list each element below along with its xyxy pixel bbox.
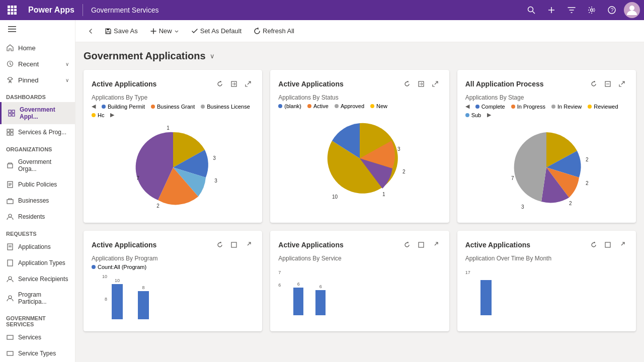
chart4-expand-icon[interactable] <box>242 239 254 251</box>
chart1-refresh-icon[interactable] <box>214 78 226 90</box>
svg-rect-7 <box>11 12 14 15</box>
sidebar-item-home[interactable]: Home <box>0 40 75 56</box>
svg-text:?: ? <box>611 7 614 13</box>
sidebar-item-service-types[interactable]: Service Types <box>0 345 75 361</box>
chart-card-2: Active Applications <box>270 70 449 223</box>
chart6-export-icon[interactable] <box>602 239 614 251</box>
svg-rect-65 <box>605 242 610 247</box>
set-as-default-button[interactable]: Set As Default <box>186 24 247 38</box>
settings-icon[interactable] <box>584 2 600 18</box>
legend-label: Hc <box>98 112 104 118</box>
legend-business-grant: Business Grant <box>151 103 195 110</box>
legend-in-review: In Review <box>551 103 582 110</box>
svg-point-38 <box>9 277 12 280</box>
chart-card-6: Active Applications <box>457 231 636 331</box>
chart2-area: 10 3 2 1 <box>278 113 441 204</box>
policies-icon <box>6 180 14 189</box>
legend-sub: Sub <box>465 112 481 118</box>
public-policies-label: Public Policies <box>18 181 57 188</box>
sidebar-item-residents[interactable]: Residents <box>0 209 75 225</box>
chart2-export-icon[interactable] <box>415 78 427 90</box>
sidebar-item-program-participa[interactable]: Program Participa... <box>0 287 75 309</box>
sidebar-item-services[interactable]: Services <box>0 329 75 345</box>
chart-card-4: Active Applications <box>84 231 262 331</box>
chart1-legend-prev[interactable]: ◀ <box>92 103 96 110</box>
save-as-label: Save As <box>114 27 138 35</box>
chart-card-1-icons <box>214 78 254 90</box>
hamburger-button[interactable] <box>0 20 75 40</box>
chart3-refresh-icon[interactable] <box>588 78 600 90</box>
recent-label: Recent <box>18 60 39 68</box>
legend-active: Active <box>307 103 329 109</box>
chart3-export-icon[interactable] <box>602 78 614 90</box>
chart3-expand-icon[interactable] <box>616 78 628 90</box>
topbar-right: ? <box>523 2 640 18</box>
svg-rect-0 <box>8 6 10 8</box>
chart1-export-icon[interactable] <box>228 78 240 90</box>
chart2-refresh-icon[interactable] <box>401 78 413 90</box>
chart4-legend: Count:All (Program) <box>92 264 254 270</box>
svg-rect-20 <box>12 110 15 113</box>
pinned-chevron: ∨ <box>65 77 69 83</box>
svg-text:3: 3 <box>521 204 524 210</box>
sidebar-item-applications[interactable]: Applications <box>0 239 75 255</box>
chart-card-3-header: All Application Process <box>465 78 628 90</box>
back-button[interactable] <box>84 24 98 38</box>
svg-rect-15 <box>8 26 16 27</box>
user-avatar[interactable] <box>624 2 640 18</box>
sidebar-item-service-recipients[interactable]: Service Recipients <box>0 271 75 287</box>
chart-card-2-header: Active Applications <box>278 78 441 90</box>
chart4-export-icon[interactable] <box>228 239 240 251</box>
legend-label: (blank) <box>284 103 301 109</box>
save-as-button[interactable]: Save As <box>100 24 143 38</box>
svg-text:7: 7 <box>511 175 514 181</box>
sidebar-item-pinned[interactable]: Pinned ∨ <box>0 72 75 88</box>
chart6-expand-icon[interactable] <box>616 239 628 251</box>
residents-icon <box>6 213 14 221</box>
svg-point-33 <box>9 214 12 217</box>
refresh-all-button[interactable]: Refresh All <box>249 24 299 38</box>
chart5-export-icon[interactable] <box>415 239 427 251</box>
topbar-divider <box>83 4 83 16</box>
chart5-refresh-icon[interactable] <box>401 239 413 251</box>
chart-card-6-header: Active Applications <box>465 239 628 251</box>
filter-icon[interactable] <box>564 2 580 18</box>
sidebar-item-gov-orga[interactable]: Government Orga... <box>0 154 75 176</box>
chart3-legend-prev[interactable]: ◀ <box>465 103 469 110</box>
svg-rect-25 <box>7 133 10 135</box>
svg-rect-40 <box>7 335 13 339</box>
chart1-subtitle: Applications By Type <box>92 94 254 101</box>
help-icon[interactable]: ? <box>604 2 620 18</box>
page-title-chevron[interactable]: ∨ <box>210 52 215 60</box>
dashboard-grid: Active Applications <box>84 70 636 331</box>
sidebar-item-public-policies[interactable]: Public Policies <box>0 176 75 193</box>
svg-rect-1 <box>11 6 14 8</box>
waffle-icon[interactable] <box>4 2 20 18</box>
search-icon[interactable] <box>523 2 539 18</box>
chart1-legend-next[interactable]: ▶ <box>110 112 114 118</box>
chart3-legend: ◀ Complete In Progress In Review <box>465 103 628 118</box>
legend-new: New <box>370 103 387 109</box>
chart2-expand-icon[interactable] <box>429 78 441 90</box>
sidebar-item-recent[interactable]: Recent ∨ <box>0 56 75 72</box>
sidebar-item-businesses[interactable]: Businesses <box>0 193 75 209</box>
chart4-refresh-icon[interactable] <box>214 239 226 251</box>
svg-rect-24 <box>11 129 13 132</box>
svg-rect-8 <box>14 12 17 15</box>
svg-text:2: 2 <box>569 201 572 206</box>
legend-approved: Approved <box>335 103 364 109</box>
add-icon[interactable] <box>543 2 559 18</box>
chart6-refresh-icon[interactable] <box>588 239 600 251</box>
applications-label: Applications <box>18 243 51 250</box>
sidebar-item-gov-appl[interactable]: Government Appl... <box>0 102 75 124</box>
chart3-legend-next[interactable]: ▶ <box>487 112 491 118</box>
chart5-expand-icon[interactable] <box>429 239 441 251</box>
sidebar-item-services-prog[interactable]: Services & Prog... <box>0 124 75 140</box>
new-button[interactable]: New <box>145 24 184 38</box>
legend-blank: (blank) <box>278 103 301 109</box>
chart1-expand-icon[interactable] <box>242 78 254 90</box>
chart3-subtitle: Applications By Stage <box>465 94 628 101</box>
svg-rect-27 <box>8 164 13 168</box>
sidebar-item-application-types[interactable]: Application Types <box>0 255 75 271</box>
legend-reviewed: Reviewed <box>588 103 618 110</box>
